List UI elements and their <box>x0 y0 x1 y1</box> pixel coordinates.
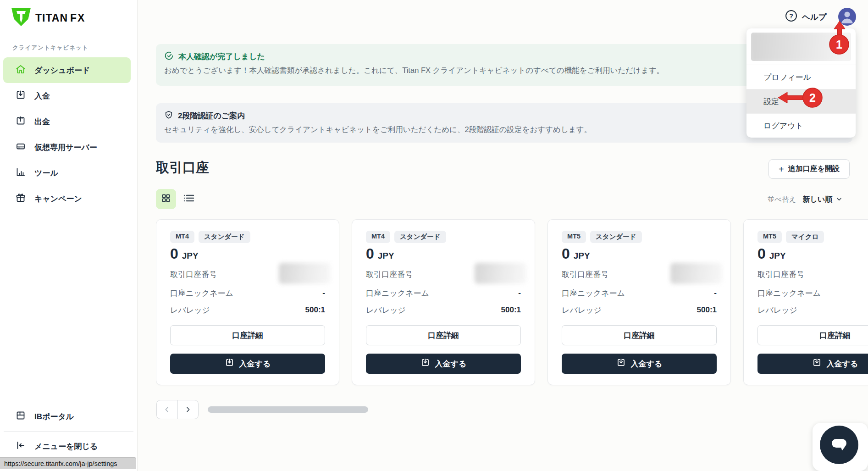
sidebar-item-label: ダッシュボード <box>34 65 90 76</box>
deposit-button[interactable]: 入金する <box>366 354 521 374</box>
sidebar-item-label: 入金 <box>34 91 50 101</box>
next-page-button[interactable] <box>178 400 199 419</box>
balance-amount: 0 <box>366 245 374 262</box>
account-detail-button[interactable]: 口座詳細 <box>366 325 521 345</box>
leverage-label: レバレッジ <box>562 305 602 316</box>
account-number-label: 取引口座番号 <box>562 269 608 280</box>
chat-button[interactable] <box>820 426 858 464</box>
question-circle-icon: ? <box>785 10 797 24</box>
platform-badge: MT4 <box>366 231 390 243</box>
account-type-badge: スタンダード <box>394 231 446 243</box>
sidebar-item-label: メニューを閉じる <box>34 441 98 452</box>
leverage-label: レバレッジ <box>366 305 406 316</box>
platform-badge: MT4 <box>170 231 194 243</box>
deposit-icon <box>15 89 26 102</box>
client-cabinet-page: TITANFX クライアントキャビネット ダッシュボード <box>0 0 868 471</box>
menu-item-settings[interactable]: 設定 <box>746 89 856 113</box>
leverage-value: 500:1 <box>501 305 521 315</box>
home-icon <box>15 64 26 77</box>
account-number-label: 取引口座番号 <box>757 269 804 280</box>
banner-title: 2段階認証のご案内 <box>178 111 245 121</box>
plus-icon: + <box>779 165 784 174</box>
account-detail-button[interactable]: 口座詳細 <box>757 325 868 345</box>
withdraw-icon <box>15 115 26 128</box>
sidebar-item-label: ツール <box>34 168 58 178</box>
chat-bubble-icon <box>829 433 850 456</box>
account-card: MT5 スタンダード 0JPY 取引口座番号 口座ニックネーム- レバレッジ50… <box>547 219 731 385</box>
titanfx-logo[interactable]: TITANFX <box>11 7 85 28</box>
help-label: ヘルプ <box>802 11 827 22</box>
layout-icon <box>15 410 26 423</box>
account-card: MT5 マイクロ 0JPY 取引口座番号 口座ニックネーム レバレッジ 口座詳細… <box>743 219 868 385</box>
user-dropdown-menu: プロフィール 設定 ログアウト <box>746 28 856 138</box>
menu-item-logout[interactable]: ログアウト <box>746 113 856 138</box>
balance-currency: JPY <box>769 251 786 261</box>
account-card: MT4 スタンダード 0JPY 取引口座番号 口座ニックネーム- レバレッジ50… <box>156 219 339 385</box>
grid-icon <box>161 193 171 205</box>
balance-amount: 0 <box>757 245 766 262</box>
add-account-button[interactable]: + 追加口座を開設 <box>768 159 850 179</box>
gift-icon <box>15 192 26 205</box>
logo-wordmark: TITANFX <box>35 12 85 24</box>
prev-page-button[interactable] <box>157 400 178 419</box>
balance-amount: 0 <box>562 245 570 262</box>
banner-body: セキュリティを強化し、安心してクライアントキャビネットをご利用いただくために、2… <box>164 125 844 135</box>
server-icon <box>15 141 26 154</box>
titanfx-shield-icon <box>11 7 31 28</box>
user-avatar[interactable] <box>838 8 856 26</box>
deposit-icon <box>812 358 822 370</box>
sort-label: 並べ替え <box>768 195 796 205</box>
leverage-label: レバレッジ <box>170 305 210 316</box>
sidebar-item-vps[interactable]: 仮想専用サーバー <box>3 134 131 160</box>
grid-view-toggle[interactable] <box>156 189 176 209</box>
balance-currency: JPY <box>574 251 590 261</box>
platform-badge: MT5 <box>757 231 782 243</box>
sort-dropdown[interactable]: 新しい順 <box>802 195 843 205</box>
help-button[interactable]: ? ヘルプ <box>785 10 827 24</box>
sidebar-item-deposit[interactable]: 入金 <box>3 83 131 109</box>
deposit-button[interactable]: 入金する <box>757 354 868 374</box>
account-number-label: 取引口座番号 <box>366 269 413 280</box>
sidebar-item-withdraw[interactable]: 出金 <box>3 109 131 134</box>
menu-item-profile[interactable]: プロフィール <box>746 65 856 89</box>
list-view-toggle[interactable] <box>182 192 196 206</box>
nickname-value: - <box>714 288 717 298</box>
sidebar-item-label: IBポータル <box>34 411 74 422</box>
balance-currency: JPY <box>182 251 199 261</box>
blurred-user-name <box>751 33 851 61</box>
deposit-button[interactable]: 入金する <box>562 354 717 374</box>
account-detail-button[interactable]: 口座詳細 <box>170 325 325 345</box>
sidebar-item-dashboard[interactable]: ダッシュボード <box>3 57 131 83</box>
account-detail-button[interactable]: 口座詳細 <box>562 325 717 345</box>
sort-selected-value: 新しい順 <box>802 195 832 205</box>
deposit-icon <box>420 358 430 370</box>
nickname-value: - <box>322 288 325 298</box>
nickname-value: - <box>518 288 521 298</box>
nickname-label: 口座ニックネーム <box>170 288 233 299</box>
nickname-label: 口座ニックネーム <box>757 288 821 299</box>
sidebar-item-label: 出金 <box>34 116 50 127</box>
sort-controls: 並べ替え 新しい順 <box>768 195 843 205</box>
sidebar-item-campaign[interactable]: キャンペーン <box>3 186 131 211</box>
sidebar-item-tools[interactable]: ツール <box>3 160 131 186</box>
sidebar-item-label: 仮想専用サーバー <box>34 142 97 153</box>
accounts-card-carousel: MT4 スタンダード 0JPY 取引口座番号 口座ニックネーム- レバレッジ50… <box>156 219 868 388</box>
sidebar-divider <box>4 431 133 432</box>
nickname-label: 口座ニックネーム <box>562 288 625 299</box>
sidebar-item-close-menu[interactable]: メニューを閉じる <box>3 435 131 458</box>
list-icon <box>183 193 195 205</box>
account-type-badge: マイクロ <box>786 231 824 243</box>
deposit-icon <box>225 358 234 370</box>
deposit-button[interactable]: 入金する <box>170 354 325 374</box>
sidebar: TITANFX クライアントキャビネット ダッシュボード <box>0 0 138 471</box>
sidebar-item-label: キャンペーン <box>34 194 82 204</box>
collapse-menu-icon <box>15 440 26 453</box>
carousel-scrollbar-thumb[interactable] <box>208 406 368 413</box>
add-account-label: 追加口座を開設 <box>788 164 840 174</box>
balance-amount: 0 <box>170 245 178 262</box>
account-type-badge: スタンダード <box>590 231 642 243</box>
sidebar-item-ib-portal[interactable]: IBポータル <box>3 405 131 428</box>
banner-title: 本人確認が完了しました <box>178 51 265 62</box>
bar-chart-icon <box>15 166 26 179</box>
sidebar-nav: ダッシュボード 入金 出金 <box>3 57 131 211</box>
